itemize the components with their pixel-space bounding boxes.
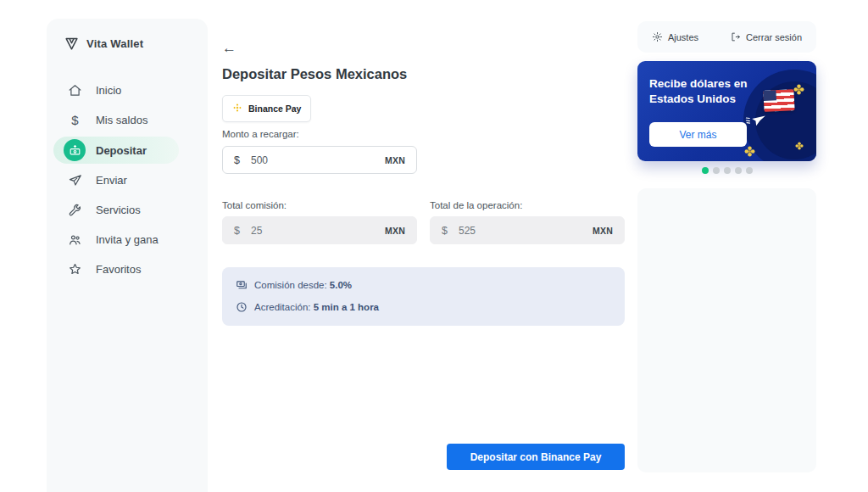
star-icon	[68, 262, 82, 277]
currency-code: MXN	[385, 155, 405, 165]
fee-label: Total comisión:	[222, 200, 287, 210]
sidebar-item-label: Favoritos	[96, 263, 141, 276]
back-button[interactable]: ←	[222, 41, 236, 55]
sidebar-item-servicios[interactable]: Servicios	[47, 195, 208, 225]
total-value: 525	[459, 225, 593, 237]
dollar-icon: $	[68, 113, 82, 127]
currency-symbol: $	[234, 225, 240, 237]
payment-method-label: Binance Pay	[248, 103, 301, 114]
gear-icon	[652, 31, 663, 42]
fee-value: 25	[251, 225, 385, 237]
people-icon	[68, 232, 82, 247]
promo-title: Recibe dólares en Estados Unidos	[649, 76, 783, 107]
sidebar-item-label: Inicio	[96, 84, 121, 97]
clock-icon	[236, 301, 248, 313]
sidebar-item-label: Servicios	[96, 204, 141, 216]
sidebar: Vita Wallet Inicio $ Mis saldos	[47, 19, 208, 492]
wrench-icon	[68, 203, 82, 217]
logout-icon	[730, 31, 741, 42]
page-title: Depositar Pesos Mexicanos	[222, 66, 407, 82]
flower-decoration	[795, 142, 804, 150]
sidebar-item-label: Enviar	[96, 174, 127, 187]
payment-method-chip[interactable]: Binance Pay	[222, 95, 311, 122]
currency-code: MXN	[593, 226, 613, 236]
deposit-submit-button[interactable]: Depositar con Binance Pay	[447, 444, 625, 470]
sidebar-item-label: Depositar	[96, 144, 147, 157]
accreditation-text: Acreditación: 5 min a 1 hora	[254, 302, 379, 312]
right-column: Ajustes Cerrar sesión	[637, 0, 816, 492]
send-icon	[68, 173, 82, 187]
logout-label: Cerrar sesión	[746, 32, 802, 42]
accreditation-info-line: Acreditación: 5 min a 1 hora	[236, 301, 611, 313]
home-icon	[68, 83, 82, 98]
carousel-dot[interactable]	[713, 167, 720, 174]
app-window: Vita Wallet Inicio $ Mis saldos	[0, 0, 868, 492]
settings-button[interactable]: Ajustes	[652, 31, 698, 42]
sidebar-item-label: Mis saldos	[96, 114, 147, 126]
amount-label: Monto a recargar:	[222, 129, 299, 139]
commission-info-line: Comisión desde: 5.0%	[236, 279, 611, 291]
deposit-info-box: Comisión desde: 5.0% Acreditación: 5 min…	[222, 267, 625, 326]
promo-cta-button[interactable]: Ver más	[649, 122, 747, 147]
sidebar-item-invita-y-gana[interactable]: Invita y gana	[47, 225, 208, 254]
amount-field[interactable]: $ MXN	[222, 146, 417, 174]
promo-banner[interactable]: Recibe dólares en Estados Unidos Ver más	[637, 61, 816, 161]
brand-name: Vita Wallet	[86, 37, 143, 50]
deposit-icon	[64, 139, 86, 161]
fee-field: $ 25 MXN	[222, 216, 417, 244]
carousel-dot[interactable]	[735, 167, 742, 174]
settings-label: Ajustes	[668, 32, 698, 42]
carousel-dots	[637, 167, 816, 174]
sidebar-item-label: Invita y gana	[96, 233, 159, 246]
vita-wallet-logo-icon	[64, 36, 80, 52]
sidebar-nav: Inicio $ Mis saldos Depositar	[47, 75, 208, 284]
binance-logo-icon	[232, 101, 242, 116]
carousel-dot[interactable]	[724, 167, 731, 174]
carousel-dot[interactable]	[746, 167, 753, 174]
currency-code: MXN	[385, 226, 405, 236]
commission-text: Comisión desde: 5.0%	[254, 280, 352, 290]
sidebar-item-mis-saldos[interactable]: $ Mis saldos	[47, 105, 208, 135]
sidebar-item-enviar[interactable]: Enviar	[47, 165, 208, 195]
total-label: Total de la operación:	[430, 200, 522, 210]
main-content: ← Depositar Pesos Mexicanos Binance Pay …	[222, 0, 625, 492]
sidebar-item-depositar[interactable]: Depositar	[47, 136, 208, 165]
sidebar-item-inicio[interactable]: Inicio	[47, 75, 208, 105]
topbar-card: Ajustes Cerrar sesión	[637, 21, 816, 53]
brand: Vita Wallet	[47, 19, 208, 52]
currency-symbol: $	[234, 154, 240, 166]
logout-button[interactable]: Cerrar sesión	[730, 31, 802, 42]
carousel-dot[interactable]	[702, 167, 709, 174]
paper-plane-icon	[744, 112, 766, 128]
currency-symbol: $	[442, 225, 448, 237]
total-field: $ 525 MXN	[430, 216, 625, 244]
amount-input[interactable]	[251, 154, 385, 166]
cash-icon	[236, 279, 248, 291]
sidebar-item-favoritos[interactable]: Favoritos	[47, 254, 208, 284]
right-side-panel	[637, 188, 816, 472]
flower-decoration	[744, 146, 755, 157]
flower-decoration	[793, 84, 804, 95]
